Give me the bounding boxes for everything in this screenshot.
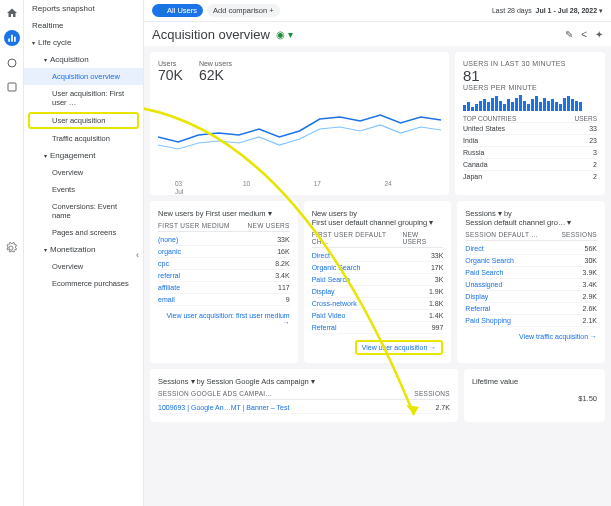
sidebar-item[interactable]: Pages and screens (24, 224, 143, 241)
insights-icon[interactable]: ✦ (595, 29, 603, 40)
sidebar-item[interactable]: User acquisition: First user … (24, 85, 143, 111)
home-icon[interactable] (5, 6, 19, 20)
table-row-key[interactable]: organic (158, 248, 181, 255)
table-row-val: 117 (278, 284, 290, 291)
sidebar-item[interactable]: Realtime (24, 17, 143, 34)
table-row-val: 33K (277, 236, 289, 243)
table-row-val: 1.9K (429, 288, 443, 295)
sidebar-item[interactable]: ▾ Engagement (24, 147, 143, 164)
sidebar-item[interactable]: User acquisition (28, 112, 139, 129)
country-row: India23 (463, 134, 597, 146)
table-row-key[interactable]: email (158, 296, 175, 303)
ads-row-key[interactable]: 1009693 | Google An…MT | Banner – Test (158, 404, 289, 411)
table-row-key[interactable]: Paid Search (312, 276, 350, 283)
explore-icon[interactable] (5, 56, 19, 70)
table-row-val: 3.4K (275, 272, 289, 279)
table-row-key[interactable]: Referral (465, 305, 490, 312)
table-card: New users by First user default channel … (304, 201, 452, 363)
table-row-val: 16K (277, 248, 289, 255)
rt-count: 81 (463, 67, 597, 84)
realtime-card: USERS IN LAST 30 MINUTES 81 USERS PER MI… (455, 52, 605, 195)
table-row-key[interactable]: Cross-network (312, 300, 357, 307)
reports-icon[interactable] (4, 30, 20, 46)
page-title: Acquisition overview (152, 27, 270, 42)
sidebar: Reports snapshotRealtime▾ Life cycle▾ Ac… (24, 0, 144, 506)
rt-header: USERS IN LAST 30 MINUTES (463, 60, 597, 67)
collapse-icon[interactable]: ‹ (136, 250, 139, 260)
table-row-key[interactable]: Unassigned (465, 281, 502, 288)
table-card: Sessions ▾ by Session default channel gr… (457, 201, 605, 363)
users-value: 70K (158, 67, 183, 83)
table-row-key[interactable]: Paid Video (312, 312, 346, 319)
table-row-val: 9 (286, 296, 290, 303)
ads-header[interactable]: Sessions ▾ by Session Google Ads campaig… (158, 377, 450, 386)
view-link[interactable]: View traffic acquisition → (465, 333, 597, 340)
date-range[interactable]: Jul 1 - Jul 28, 2022 (536, 7, 597, 14)
sidebar-item[interactable]: Ecommerce purchases (24, 275, 143, 292)
share-icon[interactable]: < (581, 29, 587, 40)
sidebar-item[interactable]: Overview (24, 164, 143, 181)
rt-subheader: USERS PER MINUTE (463, 84, 597, 91)
ads-card: Sessions ▾ by Session Google Ads campaig… (150, 369, 458, 422)
table-row-val: 2.1K (583, 317, 597, 324)
table-row-val: 8.2K (275, 260, 289, 267)
customize-icon[interactable]: ✎ (565, 29, 573, 40)
table-row-key[interactable]: Display (312, 288, 335, 295)
table-row-val: 1.4K (429, 312, 443, 319)
svg-rect-1 (8, 83, 16, 91)
table-header[interactable]: New users by First user default channel … (312, 209, 444, 227)
table-row-key[interactable]: affiliate (158, 284, 180, 291)
add-comparison[interactable]: Add comparison + (207, 4, 280, 17)
table-row-val: 3.9K (583, 269, 597, 276)
table-row-key[interactable]: Organic Search (312, 264, 361, 271)
table-row-val: 56K (585, 245, 597, 252)
sidebar-item[interactable]: Reports snapshot (24, 0, 143, 17)
table-row-val: 997 (432, 324, 444, 331)
table-row-key[interactable]: (none) (158, 236, 178, 243)
range-label: Last 28 days (492, 7, 532, 14)
sidebar-item[interactable]: Conversions: Event name (24, 198, 143, 224)
sidebar-item[interactable]: Overview (24, 258, 143, 275)
sidebar-item[interactable]: ▾ Acquisition (24, 51, 143, 68)
country-row: Canada2 (463, 158, 597, 170)
ads-icon[interactable] (5, 80, 19, 94)
sidebar-item[interactable]: Events (24, 181, 143, 198)
table-row-key[interactable]: referral (158, 272, 180, 279)
rt-bars (463, 93, 597, 111)
status-icon[interactable]: ◉ ▾ (276, 29, 293, 40)
table-header[interactable]: Sessions ▾ by Session default channel gr… (465, 209, 597, 227)
table-row-val: 3.4K (583, 281, 597, 288)
view-link[interactable]: View user acquisition: first user medium… (158, 312, 290, 326)
view-link[interactable]: View user acquisition → (355, 340, 444, 355)
table-row-key[interactable]: Referral (312, 324, 337, 331)
segment-pill[interactable]: 👤 All Users (152, 4, 203, 17)
table-row-val: 17K (431, 264, 443, 271)
table-row-val: 33K (431, 252, 443, 259)
table-row-key[interactable]: cpc (158, 260, 169, 267)
sidebar-item[interactable]: ▾ Life cycle (24, 34, 143, 51)
trend-chart: 03 10 17 24 Jul (158, 87, 441, 187)
table-row-key[interactable]: Direct (312, 252, 330, 259)
settings-icon[interactable] (5, 242, 17, 256)
users-label: Users (158, 60, 183, 67)
newusers-value: 62K (199, 67, 232, 83)
table-row-val: 2.6K (583, 305, 597, 312)
sidebar-item[interactable]: Acquisition overview (24, 68, 143, 85)
table-row-key[interactable]: Paid Shopping (465, 317, 511, 324)
newusers-label: New users (199, 60, 232, 67)
country-row: United States33 (463, 122, 597, 134)
sidebar-item[interactable]: ▾ Monetization (24, 241, 143, 258)
lv-price: $1.50 (472, 394, 597, 403)
table-row-val: 2.9K (583, 293, 597, 300)
table-row-key[interactable]: Display (465, 293, 488, 300)
table-row-key[interactable]: Paid Search (465, 269, 503, 276)
lifetime-value-card: Lifetime value $1.50 (464, 369, 605, 422)
table-row-val: 30K (585, 257, 597, 264)
lv-header: Lifetime value (472, 377, 597, 386)
table-row-key[interactable]: Direct (465, 245, 483, 252)
table-row-key[interactable]: Organic Search (465, 257, 514, 264)
table-header[interactable]: New users by First user medium ▾ (158, 209, 290, 218)
sidebar-item[interactable]: Traffic acquisition (24, 130, 143, 147)
svg-point-0 (8, 59, 16, 67)
ads-row-val: 2.7K (436, 404, 450, 411)
